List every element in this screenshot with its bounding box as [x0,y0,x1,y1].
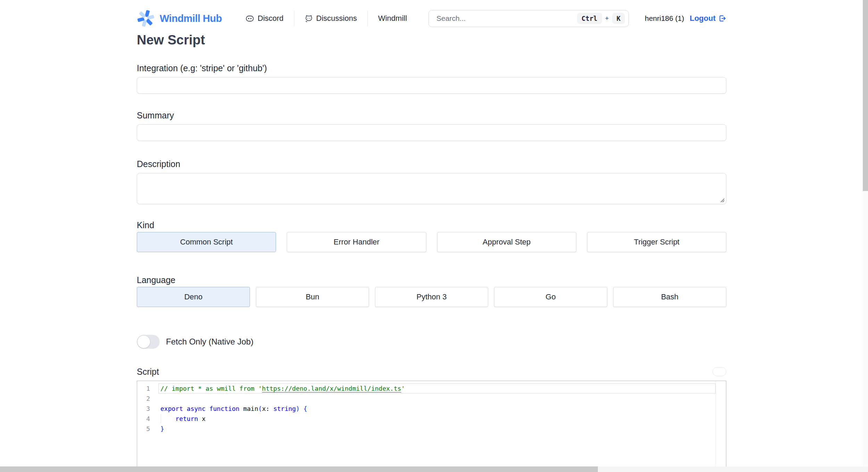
kind-option-error-handler[interactable]: Error Handler [287,232,426,252]
main-content: New Script Integration (e.g: 'stripe' or… [137,32,726,472]
vertical-scrollbar-thumb[interactable] [863,0,868,191]
code-line[interactable]: // import * as wmill from 'https://deno.… [158,383,716,394]
code-line[interactable]: export async function main(x: string) { [158,404,716,414]
integration-input[interactable] [137,77,726,94]
page-horizontal-scrollbar[interactable] [0,466,868,472]
language-label: Language [137,274,726,285]
language-options: Deno Bun Python 3 Go Bash [137,287,726,307]
script-label: Script [137,366,159,377]
search-input[interactable] [429,10,577,27]
summary-label: Summary [137,110,726,121]
nav-label-windmill: Windmill [378,14,407,23]
logout-link[interactable]: Logout [690,14,726,23]
logout-label: Logout [690,14,716,23]
fetch-only-label: Fetch Only (Native Job) [166,337,253,347]
editor-gutter: 12345 [137,381,158,472]
kind-option-common-script[interactable]: Common Script [137,232,276,252]
fetch-only-row: Fetch Only (Native Job) [137,335,726,349]
editor-code: // import * as wmill from 'https://deno.… [158,381,716,472]
language-option-python3[interactable]: Python 3 [375,287,488,307]
username-text: henri186 (1) [645,14,684,23]
nav-item-discord[interactable]: Discord [243,14,286,23]
page-vertical-scrollbar[interactable] [863,0,868,472]
editor-mini-toggle[interactable] [712,367,726,376]
summary-input[interactable] [137,124,726,141]
line-number: 5 [137,424,150,434]
line-number: 2 [137,394,150,404]
code-line[interactable]: return x [158,414,716,424]
nav-label-discord: Discord [258,14,284,23]
search-box: Ctrl + K [428,10,629,27]
windmill-logo-icon [137,9,155,27]
description-label: Description [137,158,726,169]
kind-option-approval-step[interactable]: Approval Step [437,232,576,252]
language-option-go[interactable]: Go [494,287,607,307]
description-field-group: Description [137,158,726,204]
kind-options: Common Script Error Handler Approval Ste… [137,232,726,252]
integration-label: Integration (e.g: 'stripe' or 'github') [137,63,726,74]
script-group: Script 12345 // import * as wmill from '… [137,366,726,472]
kind-label: Kind [137,220,726,231]
kbd-separator: + [605,15,609,22]
logo-text: Windmill Hub [160,13,222,24]
nav-divider [294,10,294,26]
kind-group: Kind Common Script Error Handler Approva… [137,220,726,252]
nav-divider [367,10,368,26]
nav-item-windmill[interactable]: Windmill [376,14,409,23]
github-icon [305,15,313,23]
page-title: New Script [137,32,726,48]
header: Windmill Hub Discord [0,0,868,28]
code-line[interactable]: } [158,424,716,434]
language-group: Language Deno Bun Python 3 Go Bash [137,274,726,307]
language-option-deno[interactable]: Deno [137,287,250,307]
logout-icon [718,14,726,23]
description-textarea[interactable] [137,173,726,204]
nav-item-discussions[interactable]: Discussions [303,14,359,23]
language-option-bash[interactable]: Bash [613,287,726,307]
toggle-knob [137,335,150,348]
indent-guide [161,414,161,423]
horizontal-scrollbar-thumb[interactable] [0,466,598,472]
integration-field-group: Integration (e.g: 'stripe' or 'github') [137,63,726,94]
header-nav: Discord Discussions Windmill [243,10,409,26]
fetch-only-toggle[interactable] [137,335,160,349]
windmill-hub-logo[interactable]: Windmill Hub [137,9,222,27]
kbd-k: K [612,13,625,24]
language-option-bun[interactable]: Bun [256,287,369,307]
user-zone: henri186 (1) Logout [645,14,726,23]
code-editor[interactable]: 12345 // import * as wmill from 'https:/… [137,381,726,472]
nav-label-discussions: Discussions [316,14,357,23]
summary-field-group: Summary [137,110,726,141]
line-number: 4 [137,414,150,424]
kbd-ctrl: Ctrl [577,13,602,24]
line-number: 1 [137,383,150,394]
kind-option-trigger-script[interactable]: Trigger Script [587,232,726,252]
code-line[interactable] [158,394,716,404]
discord-icon [245,14,254,23]
resize-grip-icon[interactable] [720,198,725,202]
line-number: 3 [137,404,150,414]
